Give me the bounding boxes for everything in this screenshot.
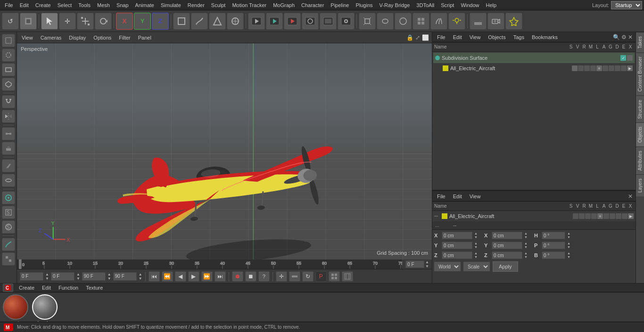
move-keys-btn[interactable]: ✛: [276, 271, 287, 282]
obj-objects-menu[interactable]: Objects: [486, 34, 507, 40]
prev-end-down[interactable]: ▼: [107, 276, 111, 281]
poly-selection-btn[interactable]: [2, 78, 15, 91]
attr-edit-menu[interactable]: Edit: [451, 193, 464, 200]
obj-view-menu[interactable]: View: [468, 34, 483, 40]
ai-icon7[interactable]: [609, 65, 614, 71]
obj-tags-menu[interactable]: Tags: [512, 34, 526, 40]
subdiv-surface-item[interactable]: Subdivision Surface ✓: [433, 53, 635, 63]
step-back-btn[interactable]: ⏪: [162, 271, 173, 282]
x-rot-up[interactable]: ▲: [524, 232, 528, 235]
obj-edit-menu[interactable]: Edit: [451, 34, 464, 40]
vp-maximize-icon[interactable]: ⬜: [422, 34, 429, 41]
vp-menu-options[interactable]: Options: [91, 34, 113, 41]
ai-icon8[interactable]: [615, 65, 620, 71]
y-rot-down[interactable]: ▼: [524, 245, 528, 249]
menu-tools[interactable]: Tools: [75, 1, 93, 9]
menu-3dtoall[interactable]: 3DToAll: [413, 1, 437, 9]
live-selection-btn[interactable]: [2, 49, 15, 62]
menu-character[interactable]: Character: [298, 1, 327, 9]
b-up[interactable]: ▲: [567, 251, 570, 255]
menu-create[interactable]: Create: [33, 1, 54, 9]
x-pos-up[interactable]: ▲: [474, 232, 478, 235]
y-pos-up[interactable]: ▲: [474, 242, 478, 245]
attr-file-menu[interactable]: File: [435, 193, 447, 200]
exterior-material-item[interactable]: exterior: [3, 294, 28, 325]
redo-button[interactable]: [20, 13, 37, 30]
interior-material-item[interactable]: interior: [32, 294, 58, 325]
scale-keys-btn[interactable]: [289, 271, 300, 282]
menu-animate[interactable]: Animate: [132, 1, 157, 9]
floor-button[interactable]: [470, 13, 487, 30]
attr-icon9[interactable]: [622, 213, 627, 219]
ai-icon1[interactable]: [572, 65, 578, 71]
undo-button[interactable]: ↺: [2, 13, 19, 30]
menu-mesh[interactable]: Mesh: [94, 1, 113, 9]
z-rot-up[interactable]: ▲: [524, 251, 528, 255]
end-frame-down[interactable]: ▼: [139, 276, 142, 281]
ai-icon4[interactable]: [590, 65, 596, 71]
vp-menu-view[interactable]: View: [20, 34, 35, 41]
menu-vray[interactable]: V-Ray Bridge: [377, 1, 413, 9]
render-region-button[interactable]: [266, 13, 283, 30]
obj-search-icon[interactable]: 🔍: [613, 34, 620, 40]
layers-tab[interactable]: Layers: [636, 174, 644, 196]
menu-snap[interactable]: Snap: [114, 1, 132, 9]
scale-tool-button[interactable]: [77, 13, 94, 30]
x-axis-button[interactable]: X: [116, 13, 133, 30]
attr-icon7[interactable]: [610, 213, 615, 219]
light-btn2[interactable]: [505, 13, 522, 30]
perspective-button[interactable]: [359, 13, 376, 30]
mat-create-menu[interactable]: Create: [17, 284, 36, 291]
vp-menu-filter[interactable]: Filter: [117, 34, 132, 41]
checkerboard-btn[interactable]: [2, 252, 15, 266]
play-reverse-btn[interactable]: ◀: [175, 271, 186, 282]
attr-icon4[interactable]: [591, 213, 597, 219]
coord-h-input[interactable]: [542, 232, 565, 239]
menu-script[interactable]: Script: [438, 1, 457, 9]
step-forward-btn[interactable]: ⏩: [201, 271, 213, 282]
x-pos-down[interactable]: ▼: [474, 235, 478, 239]
attr-icon10[interactable]: ▶: [628, 213, 634, 219]
menu-simulate[interactable]: Simulate: [158, 1, 184, 9]
interior-mat-thumbnail[interactable]: [32, 294, 58, 320]
coord-x-pos-input[interactable]: [442, 232, 472, 239]
ai-icon2[interactable]: [578, 65, 584, 71]
attr-row[interactable]: All_Electric_Aircraft ≡ ▶: [432, 211, 636, 221]
camera-button[interactable]: [487, 13, 504, 30]
coord-y-rot-input[interactable]: [492, 242, 522, 249]
ai-icon5[interactable]: ≡: [596, 65, 602, 71]
vp-menu-display[interactable]: Display: [67, 34, 88, 41]
prev-start-up[interactable]: ▲: [76, 272, 80, 276]
keyframe-view-btn[interactable]: [329, 271, 340, 282]
obj-close-icon[interactable]: ✕: [628, 34, 633, 40]
spline-tool2[interactable]: [395, 13, 412, 30]
coord-z-pos-input[interactable]: [442, 251, 472, 259]
start-frame-up[interactable]: ▲: [45, 272, 49, 276]
timeline-ruler[interactable]: 0 5 10 15 20 25 30 35: [17, 259, 432, 269]
coord-b-input[interactable]: [542, 251, 565, 259]
attr-icon5[interactable]: ≡: [597, 213, 603, 219]
go-to-start-btn[interactable]: ⏮: [149, 271, 160, 282]
coord-x-rot-input[interactable]: [492, 232, 522, 239]
prev-start-down[interactable]: ▼: [76, 276, 80, 281]
preview-end-input[interactable]: [82, 272, 106, 281]
z-rot-down[interactable]: ▼: [524, 255, 528, 259]
z-pos-up[interactable]: ▲: [474, 251, 478, 255]
vp-lock-icon[interactable]: 🔒: [406, 34, 413, 41]
current-frame-input[interactable]: [405, 260, 424, 268]
sculpt-btn[interactable]: [2, 238, 15, 251]
structure-tab[interactable]: Structure: [636, 96, 644, 123]
viewport[interactable]: X Y Z Perspective Grid Spacing : 100 cm: [17, 43, 432, 259]
layout-select[interactable]: Startup: [611, 1, 642, 9]
menu-pipeline[interactable]: Pipeline: [328, 1, 352, 9]
start-frame-down[interactable]: ▼: [45, 276, 49, 281]
prev-end-up[interactable]: ▲: [107, 272, 111, 276]
attr-icon3[interactable]: [585, 213, 591, 219]
attr-icon2[interactable]: [579, 213, 585, 219]
attr-close-icon[interactable]: ✕: [628, 193, 633, 200]
stop-btn[interactable]: ⏹: [245, 271, 256, 282]
mat-edit-menu[interactable]: Edit: [40, 284, 53, 291]
tool4-button[interactable]: [227, 13, 244, 30]
motion-blend-btn[interactable]: [342, 271, 353, 282]
y-axis-button[interactable]: Y: [134, 13, 151, 30]
